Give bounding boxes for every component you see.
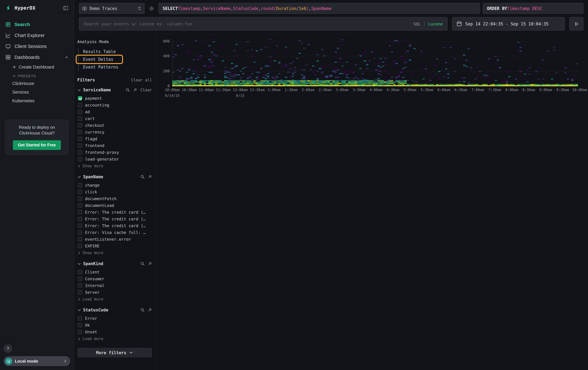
filter-option-payment[interactable]: payment bbox=[77, 95, 152, 102]
checkbox[interactable] bbox=[78, 190, 82, 194]
sidebar-collapse-icon[interactable] bbox=[63, 5, 69, 11]
filter-search-icon[interactable] bbox=[140, 175, 145, 179]
filter-option-error-the-credit-card[interactable]: Error: The credit card (… bbox=[77, 222, 152, 229]
sidebar-item-create-dashboard[interactable]: Create Dashboard bbox=[0, 63, 74, 71]
checkbox[interactable] bbox=[78, 203, 82, 208]
settings-gear-icon[interactable] bbox=[147, 6, 156, 11]
filter-option-ad[interactable]: ad bbox=[77, 109, 152, 115]
filter-option-checkout[interactable]: checkout bbox=[77, 122, 152, 129]
source-select[interactable]: Demo Traces bbox=[79, 3, 145, 14]
checkbox[interactable] bbox=[78, 290, 82, 294]
events-heatmap[interactable] bbox=[172, 39, 580, 87]
checkbox[interactable] bbox=[78, 244, 82, 248]
filter-option-frontend[interactable]: frontend bbox=[77, 142, 152, 149]
checkbox[interactable] bbox=[78, 217, 82, 221]
filter-pin-icon[interactable] bbox=[148, 261, 152, 266]
load-more-button[interactable]: Load more bbox=[77, 336, 152, 342]
checkbox[interactable] bbox=[78, 316, 82, 320]
order-by-input[interactable]: ORDER BY Timestamp DESC bbox=[483, 3, 584, 14]
filter-option-change[interactable]: change bbox=[77, 182, 152, 189]
checkbox[interactable] bbox=[78, 270, 82, 274]
sidebar-item-services[interactable]: Services bbox=[0, 88, 74, 97]
filter-option-accounting[interactable]: accounting bbox=[77, 102, 152, 109]
checkbox[interactable] bbox=[78, 277, 82, 281]
checkbox[interactable] bbox=[78, 110, 82, 114]
show-more-button[interactable]: Show more bbox=[77, 163, 152, 169]
analysis-mode-results-table[interactable]: Results Table bbox=[79, 48, 152, 56]
checkbox[interactable] bbox=[78, 103, 82, 107]
sidebar-item-clickhouse[interactable]: ClickHouse bbox=[0, 79, 74, 88]
run-query-button[interactable] bbox=[569, 17, 584, 30]
checkbox[interactable] bbox=[78, 237, 82, 241]
checkbox[interactable] bbox=[78, 96, 82, 100]
filter-option-server[interactable]: Server bbox=[77, 289, 152, 296]
filter-option-client[interactable]: Client bbox=[77, 269, 152, 275]
filter-section-header[interactable]: StatusCode bbox=[77, 308, 152, 312]
search-input[interactable] bbox=[84, 21, 410, 26]
filter-option-documentfetch[interactable]: documentFetch bbox=[77, 195, 152, 202]
checkbox[interactable] bbox=[78, 330, 82, 334]
filter-pin-icon[interactable] bbox=[148, 308, 152, 312]
filter-search-icon[interactable] bbox=[140, 308, 145, 312]
show-more-button[interactable]: Show more bbox=[77, 250, 152, 256]
sidebar-item-kubernetes[interactable]: Kubernetes bbox=[0, 97, 74, 105]
filter-option-unset[interactable]: Unset bbox=[77, 329, 152, 335]
checkbox[interactable] bbox=[78, 183, 82, 187]
sidebar-item-client-sessions[interactable]: Client Sessions bbox=[0, 41, 74, 52]
checkbox[interactable] bbox=[78, 210, 82, 214]
filter-option-expire[interactable]: EXPIRE bbox=[77, 243, 152, 249]
checkbox[interactable] bbox=[78, 130, 82, 134]
sidebar-item-presets[interactable]: PRESETS bbox=[0, 71, 74, 79]
sql-columns-input[interactable]: SELECT Timestamp, ServiceName, StatusCod… bbox=[158, 3, 480, 14]
filter-search-icon[interactable] bbox=[140, 261, 145, 266]
get-started-button[interactable]: Get Started for Free bbox=[13, 140, 61, 150]
filter-pin-icon[interactable] bbox=[133, 88, 137, 92]
filter-section-header[interactable]: ServiceNameClear bbox=[77, 88, 152, 92]
filter-option-cart[interactable]: cart bbox=[77, 115, 152, 122]
clear-all-button[interactable]: Clear all bbox=[131, 78, 152, 82]
checkbox[interactable] bbox=[78, 137, 82, 141]
checkbox[interactable] bbox=[78, 224, 82, 228]
sidebar-item-dashboards[interactable]: Dashboards bbox=[0, 52, 74, 63]
filter-option-eventlistener-error[interactable]: eventListener.error bbox=[77, 236, 152, 243]
sidebar-item-chart-explorer[interactable]: Chart Explorer bbox=[0, 30, 74, 41]
load-more-button[interactable]: Load more bbox=[77, 296, 152, 302]
chevron-right-icon bbox=[63, 359, 67, 363]
checkbox[interactable] bbox=[78, 283, 82, 288]
help-button[interactable]: ? bbox=[4, 344, 12, 353]
checkbox[interactable] bbox=[78, 150, 82, 154]
filter-option-currency[interactable]: currency bbox=[77, 129, 152, 135]
checkbox[interactable] bbox=[78, 323, 82, 327]
filter-option-flagd[interactable]: flagd bbox=[77, 135, 152, 142]
filter-option-error-the-credit-card[interactable]: Error: The credit card (… bbox=[77, 209, 152, 216]
filter-option-error-the-credit-card[interactable]: Error: The credit card (… bbox=[77, 216, 152, 222]
filter-option-ok[interactable]: Ok bbox=[77, 322, 152, 329]
time-range-picker[interactable]: Sep 14 22:04:35 - Sep 15 10:04:35 bbox=[452, 17, 565, 30]
filter-option-internal[interactable]: Internal bbox=[77, 282, 152, 289]
lucene-mode-button[interactable]: Lucene bbox=[428, 21, 443, 26]
local-mode-pill[interactable]: U Local mode bbox=[4, 356, 70, 366]
more-filters-button[interactable]: More filters bbox=[77, 348, 152, 358]
checkbox[interactable] bbox=[78, 157, 82, 161]
analysis-mode-event-patterns[interactable]: Event Patterns bbox=[79, 63, 152, 71]
filter-section-header[interactable]: SpanName bbox=[77, 174, 152, 179]
filter-option-error[interactable]: Error bbox=[77, 315, 152, 322]
checkbox[interactable] bbox=[78, 123, 82, 127]
filter-search-icon[interactable] bbox=[126, 88, 130, 92]
filter-section-header[interactable]: SpanKind bbox=[77, 261, 152, 266]
filter-clear-button[interactable]: Clear bbox=[140, 88, 152, 92]
analysis-mode-event-deltas[interactable]: Event Deltas bbox=[79, 56, 152, 63]
filter-option-load-generator[interactable]: load-generator bbox=[77, 156, 152, 162]
sidebar-item-search[interactable]: Search bbox=[0, 19, 74, 30]
filter-option-click[interactable]: click bbox=[77, 189, 152, 195]
checkbox[interactable] bbox=[78, 117, 82, 121]
filter-pin-icon[interactable] bbox=[148, 175, 152, 179]
filter-option-error-visa-cache-full[interactable]: Error: Visa cache full: … bbox=[77, 229, 152, 236]
checkbox[interactable] bbox=[78, 143, 82, 148]
sql-mode-button[interactable]: SQL bbox=[413, 21, 420, 26]
filter-option-consumer[interactable]: Consumer bbox=[77, 275, 152, 282]
checkbox[interactable] bbox=[78, 197, 82, 201]
checkbox[interactable] bbox=[78, 230, 82, 235]
filter-option-frontend-proxy[interactable]: frontend-proxy bbox=[77, 149, 152, 156]
filter-option-documentload[interactable]: documentLoad bbox=[77, 202, 152, 209]
